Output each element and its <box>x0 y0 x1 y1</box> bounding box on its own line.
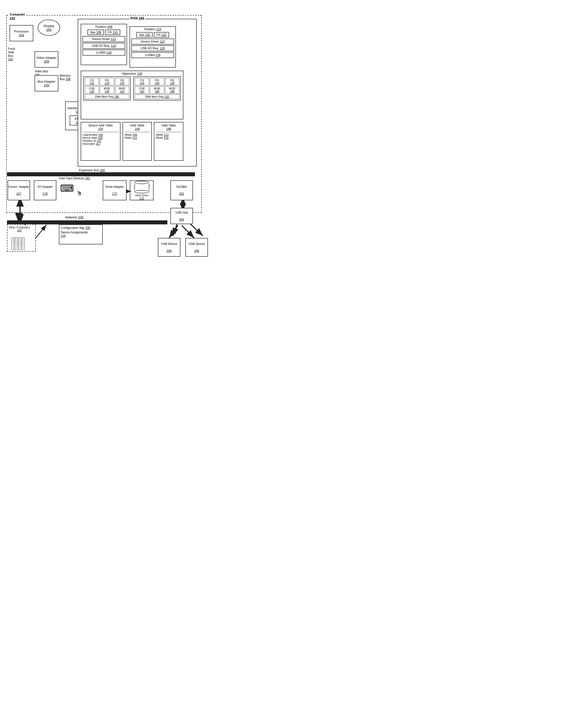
queue-group-1: CQ132 RQ134 SQ136 CQE138 WQE140 WQE142 D… <box>83 76 131 100</box>
cqe184-cell: CQE184 <box>135 86 149 94</box>
addr-tables-section: Device Addr Table 150 Logical Addr 103 D… <box>81 122 183 161</box>
usb-io-req-114-box: USB I/O Req. 114 <box>82 43 125 49</box>
husba-to-usb-hub-arrow <box>179 200 187 209</box>
processor-box: Processor 156 <box>9 25 33 41</box>
device-driver-112-box: Device Driver 112 <box>82 36 125 42</box>
svg-line-25 <box>182 225 194 238</box>
front-side-bus-label: FrontSideBus162 <box>8 47 15 61</box>
diagram-container: Computer152 Display 180 Processor 156 Fr… <box>5 5 221 278</box>
drive-adapter-box: Drive Adapter 172 <box>103 180 127 200</box>
mouse-icon: 🖱 <box>76 190 82 197</box>
expansion-bus-label: Expansion Bus 160 <box>79 168 105 172</box>
device-driver-124-box: Device Driver 124 <box>131 38 174 45</box>
other-computers-box: Other Computers 182 <box>7 224 36 252</box>
svg-line-23 <box>169 225 178 238</box>
expansion-bus-bar <box>7 172 195 176</box>
cq144-cell: CQ144 <box>135 78 149 85</box>
network-label: Network 100 <box>65 215 83 219</box>
bus-adapter-number: 158 <box>44 83 49 87</box>
addr-table-194-box: Addr Table 194 VAddr 109 PAddr 111 <box>123 122 152 161</box>
other-computers-to-network-arrow <box>23 221 28 226</box>
display-label: Display <box>44 24 54 28</box>
disk-drive-box: Disk Drive 170 <box>130 180 154 200</box>
bus-adapter-box: Bus Adapter 158 <box>34 75 58 92</box>
video-adapter-label: Video Adapter <box>36 56 57 60</box>
usb-device-206-box: USB Device 206 <box>158 238 180 257</box>
wqe188-cell: WQE188 <box>165 86 179 94</box>
display-number: 180 <box>46 28 52 31</box>
lusba128-box: LUSBA 128 <box>131 52 174 58</box>
video-adapter-number: 209 <box>44 60 49 63</box>
rq134-cell: RQ134 <box>100 78 114 85</box>
hypervisor-box: Hypervisor 130 CQ132 RQ134 SQ136 CQE138 … <box>81 71 183 120</box>
display-box: Display 180 <box>37 20 60 36</box>
memory-bus-label: MemoryBus 166 <box>60 74 71 81</box>
user-input-devices-label: User Input Devices 181 <box>59 177 90 180</box>
disk-cylinder-body <box>134 184 149 190</box>
network-bar <box>7 220 167 225</box>
ram-label: RAM 168 <box>129 16 145 20</box>
partition106-box: Partition 106 App 108 OS 110 Device Driv… <box>81 24 127 65</box>
config-mgr-box: Configuration Mgr 200 Device Assignments… <box>59 225 103 244</box>
husba-box: HUSBA 202 <box>170 180 193 200</box>
disk-cylinder-bottom <box>134 190 149 193</box>
dma-mem-reg-190: DMA Mem Reg 190 <box>85 95 129 99</box>
lusba116-box: LUSBA 116 <box>82 50 125 56</box>
keyboard-icon: ⌨ <box>60 183 74 194</box>
processor-label: Processor <box>14 30 29 33</box>
wqe186-cell: WQE186 <box>150 86 164 94</box>
comm-adapter-to-network-arrow <box>16 200 24 220</box>
device-addr-table-box: Device Addr Table 150 Logical Addr 103 D… <box>81 122 121 161</box>
video-adapter-box: Video Adapter 209 <box>34 51 58 68</box>
app120-box: App 120 <box>136 32 153 37</box>
sq148-cell: SQ148 <box>165 78 179 85</box>
usb-device-208-box: USB Device 208 <box>185 238 208 257</box>
sq136-cell: SQ136 <box>115 78 129 85</box>
os110-box: OS 110 <box>105 30 120 35</box>
queue-group-2: CQ144 RQ146 SQ148 CQE184 WQE186 WQE188 D… <box>133 76 181 100</box>
app108-box: App 108 <box>87 30 104 35</box>
processor-number: 156 <box>19 33 24 37</box>
hub-to-usb208-arrow <box>180 224 198 239</box>
rq146-cell: RQ146 <box>150 78 164 85</box>
disk-cylinder-top <box>134 181 149 184</box>
bus-adapter-label: Bus Adapter <box>37 80 55 83</box>
wqe142-cell: WQE142 <box>115 86 129 94</box>
addr-table-196-box: Addr Table 196 VAddr 113 PAddr 115 <box>154 122 183 161</box>
usb-hub-box: USB Hub 204 <box>170 208 193 224</box>
partition118-box: Partition 118 App 120 OS 122 Device Driv… <box>129 26 176 68</box>
drive-to-disk-arrows <box>126 189 131 193</box>
cqe138-cell: CQE138 <box>85 86 99 94</box>
io-adapter-box: I/O Adapter 178 <box>34 180 56 200</box>
cq132-cell: CQ132 <box>85 78 99 85</box>
comm-adapter-box: Comm. Adapter 167 <box>7 180 30 200</box>
usb-io-req-126-box: USB I/O Req. 126 <box>131 45 174 51</box>
dma-mem-reg-192: DMA Mem Reg 192 <box>135 95 179 99</box>
computer-label: Computer152 <box>9 12 26 20</box>
hub-to-usb206-arrow <box>166 224 180 239</box>
ram-box: RAM 168 Partition 106 App 108 OS 110 Dev… <box>78 19 197 166</box>
os122-box: OS 122 <box>154 32 169 37</box>
wqe140-cell: WQE140 <box>100 86 114 94</box>
